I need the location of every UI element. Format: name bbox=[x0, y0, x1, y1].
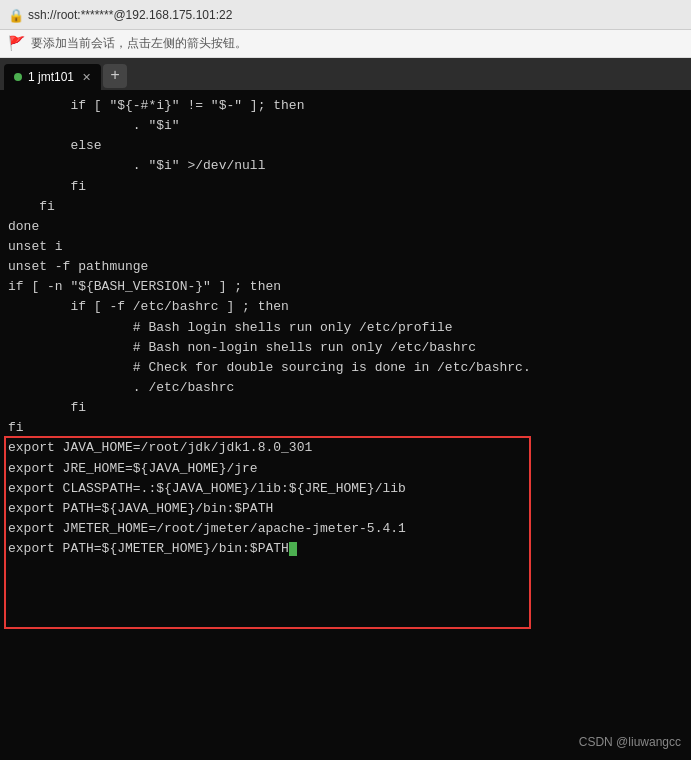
terminal-line: if [ -n "${BASH_VERSION-}" ] ; then bbox=[8, 277, 683, 297]
tab-label: 1 jmt101 bbox=[28, 70, 74, 84]
terminal-line: else bbox=[8, 136, 683, 156]
terminal-line: export JRE_HOME=${JAVA_HOME}/jre bbox=[8, 459, 683, 479]
terminal-line: # Bash login shells run only /etc/profil… bbox=[8, 318, 683, 338]
terminal-line: export JMETER_HOME=/root/jmeter/apache-j… bbox=[8, 519, 683, 539]
new-tab-button[interactable]: + bbox=[103, 64, 127, 88]
terminal-line: # Check for double sourcing is done in /… bbox=[8, 358, 683, 378]
terminal-line: fi bbox=[8, 197, 683, 217]
terminal-line: fi bbox=[8, 177, 683, 197]
terminal-line: unset i bbox=[8, 237, 683, 257]
title-text: ssh://root:*******@192.168.175.101:22 bbox=[28, 8, 232, 22]
terminal-content: if [ "${-#*i}" != "$-" ]; then . "$i" el… bbox=[0, 90, 691, 760]
terminal-line: . "$i" bbox=[8, 116, 683, 136]
terminal-line: done bbox=[8, 217, 683, 237]
terminal-line: # Bash non-login shells run only /etc/ba… bbox=[8, 338, 683, 358]
terminal-line: unset -f pathmunge bbox=[8, 257, 683, 277]
tab-1jmt101[interactable]: 1 jmt101 ✕ bbox=[4, 64, 101, 90]
tab-bar: 1 jmt101 ✕ + bbox=[0, 58, 691, 90]
terminal-line: if [ -f /etc/bashrc ] ; then bbox=[8, 297, 683, 317]
terminal-cursor bbox=[289, 542, 297, 556]
lock-icon: 🔒 bbox=[8, 8, 22, 22]
terminal-line: if [ "${-#*i}" != "$-" ]; then bbox=[8, 96, 683, 116]
tab-close-icon[interactable]: ✕ bbox=[82, 71, 91, 84]
flag-icon: 🚩 bbox=[8, 35, 25, 52]
warning-bar: 🚩 要添加当前会话，点击左侧的箭头按钮。 bbox=[0, 30, 691, 58]
terminal-line: export PATH=${JAVA_HOME}/bin:$PATH bbox=[8, 499, 683, 519]
terminal-line: fi bbox=[8, 398, 683, 418]
title-bar: 🔒 ssh://root:*******@192.168.175.101:22 bbox=[0, 0, 691, 30]
watermark: CSDN @liuwangcc bbox=[579, 733, 681, 752]
terminal-line: export PATH=${JMETER_HOME}/bin:$PATH bbox=[8, 539, 683, 559]
terminal-line: . "$i" >/dev/null bbox=[8, 156, 683, 176]
terminal-line: export JAVA_HOME=/root/jdk/jdk1.8.0_301 bbox=[8, 438, 683, 458]
terminal-line: export CLASSPATH=.:${JAVA_HOME}/lib:${JR… bbox=[8, 479, 683, 499]
tab-dot bbox=[14, 73, 22, 81]
terminal-line: fi bbox=[8, 418, 683, 438]
warning-text: 要添加当前会话，点击左侧的箭头按钮。 bbox=[31, 35, 247, 52]
terminal-line: . /etc/bashrc bbox=[8, 378, 683, 398]
